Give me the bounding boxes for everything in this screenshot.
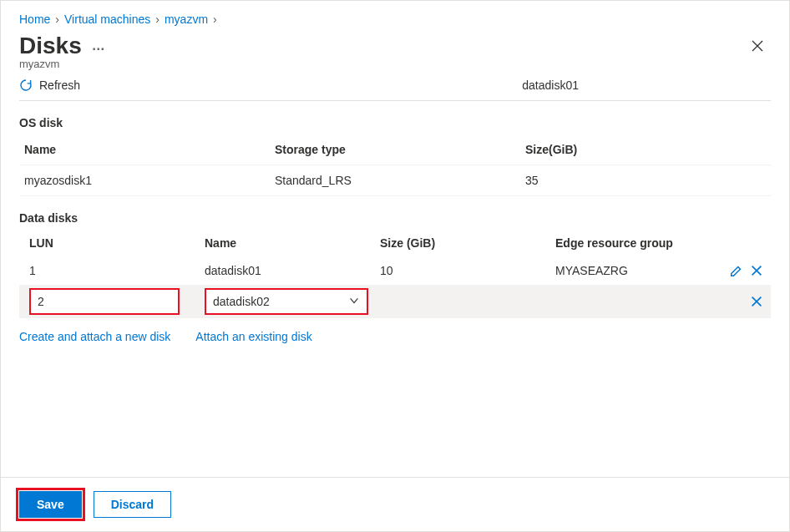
- save-button[interactable]: Save: [19, 491, 82, 518]
- cell-name: myazosdisk1: [24, 174, 275, 187]
- lun-input[interactable]: 2: [29, 288, 180, 315]
- create-attach-link[interactable]: Create and attach a new disk: [19, 330, 170, 343]
- col-edge-rg: Edge resource group: [555, 236, 707, 250]
- detach-icon[interactable]: [749, 294, 764, 309]
- data-disk-row: 1 datadisk01 10 MYASEAZRG: [19, 256, 771, 285]
- refresh-label: Refresh: [39, 79, 80, 92]
- page-subtitle: myazvm: [19, 58, 744, 70]
- os-disk-section-title: OS disk: [19, 116, 771, 129]
- os-disk-row: myazosdisk1 Standard_LRS 35: [19, 165, 771, 196]
- toolbar: Refresh datadisk01: [19, 70, 771, 101]
- footer: Save Discard: [1, 477, 789, 531]
- cell-size: 10: [380, 264, 555, 277]
- discard-button[interactable]: Discard: [94, 491, 171, 518]
- page-title: Disks: [19, 33, 82, 59]
- chevron-right-icon: ›: [213, 13, 217, 26]
- data-disk-edit-row: 2 datadisk02: [19, 285, 771, 318]
- attach-existing-link[interactable]: Attach an existing disk: [195, 330, 311, 343]
- more-icon[interactable]: …: [92, 38, 107, 53]
- cell-rg: MYASEAZRG: [555, 264, 707, 277]
- refresh-button[interactable]: Refresh: [19, 79, 80, 92]
- edit-icon[interactable]: [729, 263, 744, 278]
- chevron-right-icon: ›: [155, 13, 160, 26]
- breadcrumb-virtual-machines[interactable]: Virtual machines: [64, 13, 150, 26]
- col-lun: LUN: [29, 236, 205, 250]
- cell-lun: 1: [29, 264, 205, 277]
- disk-name-value: datadisk02: [213, 295, 270, 308]
- disk-name-select[interactable]: datadisk02: [205, 288, 368, 315]
- toolbar-context: datadisk01: [522, 79, 579, 92]
- data-disks-section-title: Data disks: [19, 211, 771, 225]
- refresh-icon: [19, 79, 33, 92]
- col-storage-type: Storage type: [275, 143, 525, 156]
- cell-storage: Standard_LRS: [275, 174, 525, 187]
- detach-icon[interactable]: [749, 263, 764, 278]
- lun-value: 2: [38, 295, 44, 308]
- breadcrumb-vm[interactable]: myazvm: [165, 13, 208, 26]
- chevron-right-icon: ›: [55, 13, 59, 26]
- close-icon[interactable]: [744, 33, 771, 63]
- cell-name: datadisk01: [205, 264, 380, 277]
- cell-size: 35: [525, 174, 766, 187]
- col-name: Name: [205, 236, 380, 250]
- col-size: Size(GiB): [525, 143, 766, 156]
- chevron-down-icon: [348, 295, 360, 309]
- breadcrumb: Home › Virtual machines › myazvm ›: [19, 9, 771, 33]
- breadcrumb-home[interactable]: Home: [19, 13, 50, 26]
- col-name: Name: [24, 143, 275, 156]
- col-size: Size (GiB): [380, 236, 555, 250]
